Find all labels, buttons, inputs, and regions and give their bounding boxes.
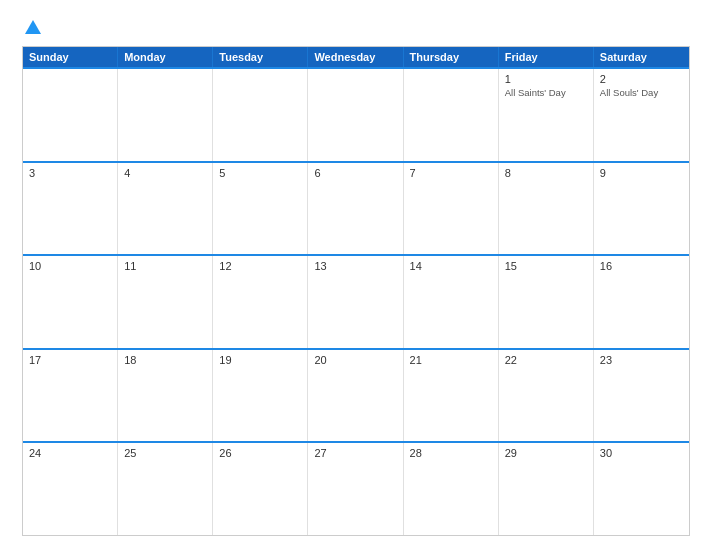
cell-date: 14 <box>410 260 492 272</box>
cell-date: 13 <box>314 260 396 272</box>
cal-cell <box>118 69 213 161</box>
cell-date: 11 <box>124 260 206 272</box>
cal-cell: 18 <box>118 350 213 442</box>
cal-cell: 6 <box>308 163 403 255</box>
cell-date: 7 <box>410 167 492 179</box>
cal-cell: 16 <box>594 256 689 348</box>
cell-date: 6 <box>314 167 396 179</box>
cal-cell: 2All Souls' Day <box>594 69 689 161</box>
cell-date: 4 <box>124 167 206 179</box>
cell-date: 2 <box>600 73 683 85</box>
cal-cell: 25 <box>118 443 213 535</box>
cell-date: 27 <box>314 447 396 459</box>
cal-cell: 5 <box>213 163 308 255</box>
logo-triangle-icon <box>24 18 42 36</box>
cal-cell: 9 <box>594 163 689 255</box>
cell-date: 23 <box>600 354 683 366</box>
day-header-sunday: Sunday <box>23 47 118 67</box>
cal-cell <box>308 69 403 161</box>
cal-cell <box>23 69 118 161</box>
cal-cell: 22 <box>499 350 594 442</box>
day-header-monday: Monday <box>118 47 213 67</box>
cal-cell: 21 <box>404 350 499 442</box>
cal-week-0: 1All Saints' Day2All Souls' Day <box>23 67 689 161</box>
calendar-page: SundayMondayTuesdayWednesdayThursdayFrid… <box>0 0 712 550</box>
cal-week-2: 10111213141516 <box>23 254 689 348</box>
calendar-body: 1All Saints' Day2All Souls' Day345678910… <box>23 67 689 535</box>
cell-date: 1 <box>505 73 587 85</box>
cell-date: 24 <box>29 447 111 459</box>
cal-cell <box>213 69 308 161</box>
cal-cell: 7 <box>404 163 499 255</box>
cell-date: 20 <box>314 354 396 366</box>
cal-cell: 11 <box>118 256 213 348</box>
cal-cell: 30 <box>594 443 689 535</box>
cal-cell: 26 <box>213 443 308 535</box>
day-header-thursday: Thursday <box>404 47 499 67</box>
cell-date: 5 <box>219 167 301 179</box>
cal-cell: 4 <box>118 163 213 255</box>
cal-cell: 28 <box>404 443 499 535</box>
cal-cell: 12 <box>213 256 308 348</box>
day-header-saturday: Saturday <box>594 47 689 67</box>
header <box>22 18 690 36</box>
cell-date: 15 <box>505 260 587 272</box>
cal-cell: 29 <box>499 443 594 535</box>
day-header-friday: Friday <box>499 47 594 67</box>
cell-date: 9 <box>600 167 683 179</box>
day-headers-row: SundayMondayTuesdayWednesdayThursdayFrid… <box>23 47 689 67</box>
cell-date: 3 <box>29 167 111 179</box>
cal-week-4: 24252627282930 <box>23 441 689 535</box>
calendar-grid: SundayMondayTuesdayWednesdayThursdayFrid… <box>22 46 690 536</box>
cell-date: 21 <box>410 354 492 366</box>
day-header-tuesday: Tuesday <box>213 47 308 67</box>
cal-week-3: 17181920212223 <box>23 348 689 442</box>
svg-marker-0 <box>25 20 41 34</box>
cal-cell <box>404 69 499 161</box>
cal-cell: 19 <box>213 350 308 442</box>
cell-date: 8 <box>505 167 587 179</box>
cell-date: 26 <box>219 447 301 459</box>
cell-event: All Souls' Day <box>600 87 683 99</box>
cal-cell: 1All Saints' Day <box>499 69 594 161</box>
cal-cell: 10 <box>23 256 118 348</box>
cell-date: 25 <box>124 447 206 459</box>
cell-date: 29 <box>505 447 587 459</box>
logo <box>22 18 42 36</box>
cell-date: 17 <box>29 354 111 366</box>
cal-cell: 3 <box>23 163 118 255</box>
cell-date: 22 <box>505 354 587 366</box>
cell-event: All Saints' Day <box>505 87 587 99</box>
cell-date: 28 <box>410 447 492 459</box>
cal-cell: 24 <box>23 443 118 535</box>
cell-date: 16 <box>600 260 683 272</box>
cell-date: 18 <box>124 354 206 366</box>
cal-cell: 8 <box>499 163 594 255</box>
cal-cell: 27 <box>308 443 403 535</box>
cal-cell: 13 <box>308 256 403 348</box>
day-header-wednesday: Wednesday <box>308 47 403 67</box>
cal-cell: 20 <box>308 350 403 442</box>
cal-week-1: 3456789 <box>23 161 689 255</box>
cell-date: 12 <box>219 260 301 272</box>
cell-date: 30 <box>600 447 683 459</box>
cal-cell: 14 <box>404 256 499 348</box>
cal-cell: 15 <box>499 256 594 348</box>
cal-cell: 17 <box>23 350 118 442</box>
cell-date: 10 <box>29 260 111 272</box>
cell-date: 19 <box>219 354 301 366</box>
cal-cell: 23 <box>594 350 689 442</box>
